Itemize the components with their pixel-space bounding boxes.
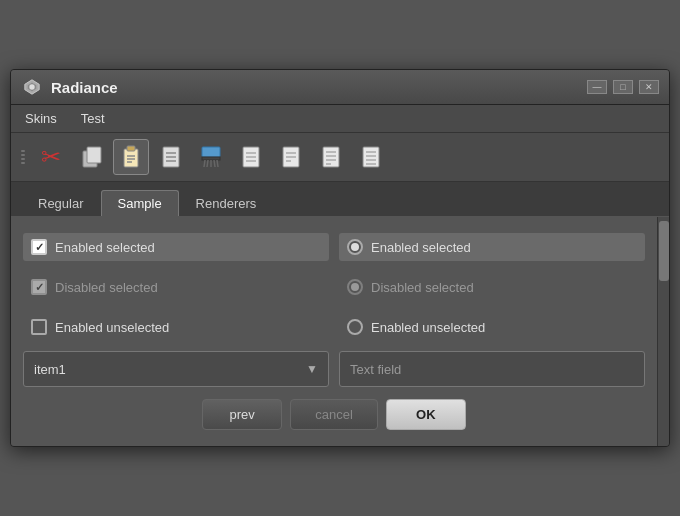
radio-enabled-selected-row: Enabled selected (339, 233, 645, 261)
close-button[interactable]: ✕ (639, 80, 659, 94)
checkbox-enabled-unselected-label: Enabled unselected (55, 320, 169, 335)
page3-icon (317, 143, 345, 171)
menu-skins[interactable]: Skins (21, 109, 61, 128)
page1-icon (237, 143, 265, 171)
window-title: Radiance (51, 79, 587, 96)
checkbox-enabled-unselected[interactable] (31, 319, 47, 335)
document-lines-button[interactable] (153, 139, 189, 175)
checkbox-disabled-selected-row: Disabled selected (23, 273, 329, 301)
shredder-button[interactable] (193, 139, 229, 175)
button-row: prev cancel OK (23, 399, 645, 430)
page1-button[interactable] (233, 139, 269, 175)
input-row: item1 ▼ Text field (23, 351, 645, 387)
radio-column: Enabled selected Disabled selected Enabl… (339, 233, 645, 341)
cancel-button: cancel (290, 399, 378, 430)
copy-button[interactable] (73, 139, 109, 175)
checkbox-enabled-selected-label: Enabled selected (55, 240, 155, 255)
main-window: Radiance — □ ✕ Skins Test ✂ (10, 69, 670, 447)
toolbar: ✂ (11, 133, 669, 182)
radio-enabled-selected-label: Enabled selected (371, 240, 471, 255)
svg-rect-14 (202, 147, 220, 157)
checkbox-enabled-selected[interactable] (31, 239, 47, 255)
window-controls: — □ ✕ (587, 80, 659, 94)
tab-sample[interactable]: Sample (101, 190, 179, 216)
content-panel: Enabled selected Disabled selected Enabl… (11, 217, 657, 446)
minimize-button[interactable]: — (587, 80, 607, 94)
text-input-field[interactable]: Text field (339, 351, 645, 387)
prev-button[interactable]: prev (202, 399, 282, 430)
toolbar-grip (21, 150, 25, 164)
shredder-icon (197, 143, 225, 171)
checkbox-enabled-selected-row: Enabled selected (23, 233, 329, 261)
svg-rect-15 (202, 157, 220, 160)
checkbox-disabled-selected-label: Disabled selected (55, 280, 158, 295)
radio-enabled-unselected[interactable] (347, 319, 363, 335)
title-bar: Radiance — □ ✕ (11, 70, 669, 105)
page2-button[interactable] (273, 139, 309, 175)
controls-row: Enabled selected Disabled selected Enabl… (23, 233, 645, 341)
svg-line-19 (214, 160, 215, 167)
svg-rect-5 (124, 149, 138, 167)
svg-line-17 (207, 160, 208, 167)
checkbox-disabled-selected (31, 279, 47, 295)
scissors-button[interactable]: ✂ (33, 139, 69, 175)
radio-enabled-unselected-row: Enabled unselected (339, 313, 645, 341)
clipboard-button[interactable] (113, 139, 149, 175)
document-lines-icon (157, 143, 185, 171)
text-field-placeholder: Text field (350, 362, 401, 377)
ok-button[interactable]: OK (386, 399, 466, 430)
svg-line-16 (204, 160, 205, 167)
page4-button[interactable] (353, 139, 389, 175)
tab-regular[interactable]: Regular (21, 190, 101, 216)
tab-renderers[interactable]: Renderers (179, 190, 274, 216)
radio-disabled-selected-label: Disabled selected (371, 280, 474, 295)
scrollbar-thumb[interactable] (659, 221, 669, 281)
main-content: Enabled selected Disabled selected Enabl… (11, 217, 657, 446)
clipboard-icon (117, 143, 145, 171)
page2-icon (277, 143, 305, 171)
tab-bar: Regular Sample Renderers (11, 182, 669, 217)
main-area: Enabled selected Disabled selected Enabl… (11, 217, 669, 446)
svg-line-20 (217, 160, 218, 167)
svg-rect-4 (87, 147, 101, 163)
dropdown[interactable]: item1 ▼ (23, 351, 329, 387)
radio-disabled-selected (347, 279, 363, 295)
menu-test[interactable]: Test (77, 109, 109, 128)
checkbox-column: Enabled selected Disabled selected Enabl… (23, 233, 329, 341)
dropdown-value: item1 (34, 362, 306, 377)
svg-point-2 (29, 84, 34, 89)
radio-disabled-selected-row: Disabled selected (339, 273, 645, 301)
scissors-icon: ✂ (41, 143, 61, 171)
radio-enabled-unselected-label: Enabled unselected (371, 320, 485, 335)
copy-icon (77, 143, 105, 171)
dropdown-arrow-icon: ▼ (306, 362, 318, 376)
page4-icon (357, 143, 385, 171)
app-icon (21, 76, 43, 98)
checkbox-enabled-unselected-row: Enabled unselected (23, 313, 329, 341)
page3-button[interactable] (313, 139, 349, 175)
scrollbar[interactable] (657, 217, 669, 446)
maximize-button[interactable]: □ (613, 80, 633, 94)
radio-enabled-selected[interactable] (347, 239, 363, 255)
menu-bar: Skins Test (11, 105, 669, 133)
svg-rect-6 (127, 146, 135, 151)
